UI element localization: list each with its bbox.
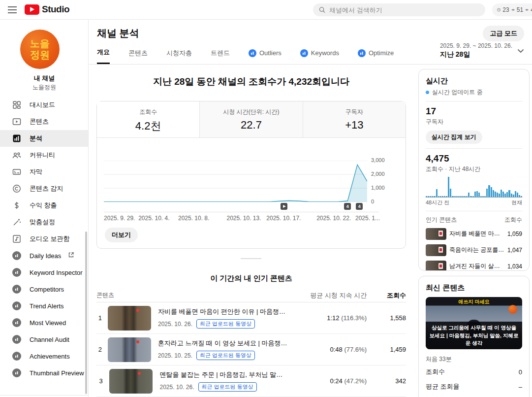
- video-thumbnail[interactable]: [108, 306, 151, 331]
- divider: [426, 211, 522, 211]
- table-row[interactable]: 2 혼자라고 느껴질 때 이 영상 보세요 | 마음챙김, 부처님 말씀, 지혜…: [96, 334, 406, 365]
- video-title[interactable]: 혼자라고 느껴질 때 이 영상 보세요 | 마음챙김, 부처님 말씀, 지혜로운…: [158, 339, 288, 348]
- search-input[interactable]: [329, 6, 479, 14]
- views-value: 1,059: [507, 231, 522, 237]
- sidebar-item-content[interactable]: 콘텐츠: [0, 113, 88, 130]
- x-tick: 2025. 1...: [355, 215, 380, 222]
- x-tick: 2025. 9. 29.: [104, 215, 135, 222]
- channel-avatar[interactable]: 노을 정원: [20, 30, 60, 69]
- table-row[interactable]: 3 멘탈을 붙잡는 주문 | 마음챙김, 부처님 말씀, 지혜로운 생각 202…: [96, 365, 406, 397]
- sidebar-item-content-detection[interactable]: 콘텐츠 감지: [0, 180, 88, 197]
- sidebar-item-competitors[interactable]: Competitors: [0, 281, 88, 298]
- x-tick: 2025. 10. 13.: [226, 215, 261, 222]
- vidiq-stats-widget[interactable]: 23 51 4: [492, 3, 532, 16]
- tab-keywords[interactable]: Keywords: [300, 48, 339, 64]
- top-content-label: 인기 콘텐츠: [426, 216, 457, 224]
- metric-views[interactable]: 조회수 4.2천: [97, 101, 199, 137]
- tab-audience[interactable]: 시청자층: [166, 48, 192, 64]
- avg-duration: 0:24: [330, 377, 343, 385]
- column-views[interactable]: 조회수: [367, 291, 406, 300]
- axis-right-label: 현재: [511, 199, 522, 206]
- rank: 1: [96, 314, 104, 322]
- sidebar-menu: 대시보드 콘텐츠 분석 커뮤니티 자막 콘텐츠 감지 수익 창출 맞춤설정: [0, 97, 88, 395]
- avg-duration-pct: (116.3%): [341, 314, 367, 322]
- tab-trends[interactable]: 트렌드: [211, 48, 230, 64]
- channel-badge: [136, 340, 139, 343]
- sidebar-item-subtitles[interactable]: 자막: [0, 164, 88, 180]
- channel-badge: [138, 372, 141, 375]
- advanced-mode-button[interactable]: 고급 모드: [483, 26, 524, 41]
- youtube-studio-logo[interactable]: Studio: [25, 4, 69, 15]
- video-title[interactable]: 자비를 베풀면 마음이 편안한 이유 | 마음챙김, 부처님 말씀, 지혜로운 …: [158, 307, 288, 316]
- video-title[interactable]: 남겨진 자들이 살아가야 할 ...: [449, 262, 504, 270]
- views-value: 1,047: [507, 247, 522, 254]
- sidebar-item-customization[interactable]: 맞춤설정: [0, 214, 88, 231]
- table-row[interactable]: 1 자비를 베풀면 마음이 편안한 이유 | 마음챙김, 부처님 말씀, 지혜로…: [96, 302, 406, 334]
- channel-name: 노을정원: [0, 83, 89, 92]
- sidebar-item-most-viewed[interactable]: Most Viewed: [0, 314, 88, 331]
- views-label: 조회수: [504, 216, 522, 224]
- video-publish-marker-icon[interactable]: [281, 203, 287, 210]
- date-preset-text: 지난 28일: [440, 50, 512, 59]
- sidebar-item-achievements[interactable]: Achievements: [0, 348, 88, 364]
- video-thumbnail[interactable]: [108, 337, 151, 362]
- video-title[interactable]: 자비를 베풀면 마음이 편안...: [449, 230, 504, 238]
- tab-optimize[interactable]: Optimize: [358, 48, 394, 64]
- avg-duration: 1:12: [327, 314, 339, 322]
- tab-overview[interactable]: 개요: [97, 48, 110, 64]
- video-thumbnail: [426, 261, 446, 271]
- sidebar-item-community[interactable]: 커뮤니티: [0, 147, 88, 164]
- hamburger-menu-icon[interactable]: [8, 6, 17, 13]
- tab-outliers[interactable]: Outliers: [249, 48, 282, 64]
- sidebar-item-trend-alerts[interactable]: Trend Alerts: [0, 298, 88, 314]
- video-title[interactable]: 죽음이라는 공포를 마주하...: [449, 246, 504, 254]
- realtime-list-item[interactable]: 자비를 베풀면 마음이 편안... 1,059: [426, 227, 522, 240]
- stat-label: 평균 조회율: [426, 382, 460, 391]
- top-content-table: 콘텐츠 평균 시청 지속 시간 조회수 1 자비를 베풀면 마음이 편안한 이유…: [96, 289, 406, 397]
- video-title[interactable]: 멘탈을 붙잡는 주문 | 마음챙김, 부처님 말씀, 지혜로운 생각: [159, 370, 288, 379]
- video-thumbnail[interactable]: [109, 369, 153, 394]
- copyright-icon: [12, 184, 22, 194]
- date-range-picker[interactable]: 2025. 9. 29. ~ 2025. 10. 26. 지난 28일: [440, 42, 524, 59]
- sidebar-item-monetization[interactable]: 수익 창출: [0, 197, 88, 214]
- search-icon: [319, 6, 325, 13]
- metric-subscribers[interactable]: 구독자 +13: [303, 101, 406, 137]
- channel-search-bar[interactable]: [313, 3, 485, 16]
- views-value: 1,034: [507, 263, 522, 270]
- latest-video-thumbnail[interactable]: 애쓰지 마세요 상실로 그리움에 사무칠 때 이 영상을 보세요 | 마음챙김,…: [426, 297, 522, 349]
- column-content: 콘텐츠: [96, 291, 288, 299]
- sidebar-scrollbar[interactable]: [85, 232, 87, 394]
- video-date: 2025. 10. 25.: [158, 352, 192, 359]
- sidebar-item-keyword-inspector[interactable]: Keyword Inspector: [0, 264, 88, 281]
- realtime-card: 실시간 실시간 업데이트 중 17 구독자 실시간 집계 보기 4,475 조회…: [418, 69, 530, 271]
- realtime-axis: 48시간 전 현재: [426, 199, 522, 206]
- realtime-list-header: 인기 콘텐츠 조회수: [426, 216, 522, 224]
- metric-watch-time[interactable]: 시청 시간(단위: 시간) 22.7: [199, 101, 302, 137]
- sidebar-item-channel-audit[interactable]: Channel Audit: [0, 331, 88, 348]
- video-count-marker[interactable]: 4: [344, 203, 351, 210]
- sidebar-item-audio-library[interactable]: 오디오 보관함: [0, 231, 88, 247]
- x-tick: 2025. 10. 4.: [138, 215, 169, 222]
- divider: [426, 148, 522, 149]
- y-tick-1000: 1,000: [371, 185, 396, 191]
- video-date: 2025. 10. 26.: [159, 384, 194, 391]
- content-icon: [12, 117, 22, 127]
- tab-content[interactable]: 콘텐츠: [128, 48, 148, 64]
- sidebar-item-dashboard[interactable]: 대시보드: [0, 97, 88, 113]
- avatar-text-line2: 정원: [30, 49, 50, 61]
- realtime-list-item[interactable]: 남겨진 자들이 살아가야 할 ... 1,034: [426, 260, 522, 271]
- sidebar-item-analytics[interactable]: 분석: [0, 130, 88, 147]
- video-count-marker[interactable]: 4: [356, 203, 363, 210]
- see-live-count-button[interactable]: 실시간 집계 보기: [426, 131, 482, 144]
- realtime-list-item[interactable]: 죽음이라는 공포를 마주하... 1,047: [426, 243, 522, 257]
- sidebar-item-thumbnail-preview[interactable]: Thumbnail Preview: [0, 364, 88, 381]
- rank: 2: [96, 346, 104, 353]
- sidebar-item-daily-ideas[interactable]: Daily Ideas: [0, 247, 88, 264]
- stat-row: 평균 조회율 –: [426, 380, 522, 393]
- x-tick: 2025. 10. 17.: [266, 215, 301, 222]
- see-more-button[interactable]: 더보기: [105, 228, 138, 242]
- avg-duration-pct: (47.2%): [344, 377, 367, 385]
- video-thumbnail: [426, 244, 446, 256]
- video-caption: 상실로 그리움에 사무칠 때 이 영상을 보세요 | 마음챙김, 부처님 말씀,…: [426, 322, 522, 349]
- y-tick-3000: 3,000: [371, 157, 396, 163]
